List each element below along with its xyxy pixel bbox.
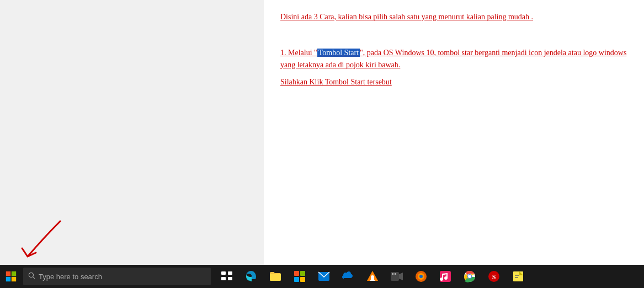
svg-rect-7 — [228, 271, 232, 275]
taskbar-icon-mail[interactable] — [312, 265, 336, 288]
svg-rect-13 — [300, 277, 305, 282]
right-content-panel: Disini ada 3 Cara, kalian bisa pilih sal… — [264, 0, 644, 265]
svg-rect-12 — [294, 277, 299, 282]
search-icon — [28, 271, 35, 281]
svg-point-29 — [468, 275, 471, 278]
taskbar-icon-edge[interactable] — [239, 265, 263, 288]
svg-rect-3 — [12, 277, 16, 281]
taskbar-icon-task-view[interactable] — [215, 265, 238, 288]
svg-point-4 — [29, 273, 33, 277]
svg-point-18 — [371, 275, 374, 279]
taskbar-icon-folder[interactable] — [264, 265, 287, 288]
svg-rect-0 — [6, 271, 10, 276]
svg-rect-1 — [12, 271, 16, 276]
taskbar-icons: S — [215, 265, 644, 288]
tombol-start-highlight: Tombol Start — [317, 49, 360, 57]
step1-text: 1. Melalui "Tombol Start", pada OS Windo… — [280, 47, 627, 72]
svg-marker-20 — [399, 273, 403, 280]
taskbar-icon-chrome[interactable] — [458, 265, 481, 288]
svg-rect-11 — [300, 271, 305, 276]
svg-rect-21 — [392, 273, 393, 275]
svg-point-25 — [419, 275, 423, 278]
svg-rect-2 — [6, 277, 10, 281]
start-button[interactable] — [0, 265, 22, 288]
svg-rect-10 — [294, 271, 299, 276]
taskbar-icon-red-app[interactable]: S — [482, 265, 505, 288]
taskbar-icon-store[interactable] — [288, 265, 311, 288]
taskbar: Type here to search — [0, 265, 644, 288]
taskbar-icon-video[interactable] — [385, 265, 408, 288]
step1-click-text: Silahkan Klik Tombol Start tersebut — [280, 76, 627, 88]
svg-rect-9 — [228, 277, 232, 280]
search-placeholder: Type here to search — [39, 273, 102, 281]
svg-rect-8 — [221, 277, 226, 280]
left-panel — [0, 0, 264, 265]
taskbar-icon-firefox[interactable] — [409, 265, 433, 288]
arrow-annotation — [11, 215, 72, 265]
taskbar-icon-music[interactable] — [434, 265, 457, 288]
svg-rect-6 — [221, 271, 226, 275]
taskbar-icon-onedrive[interactable] — [337, 265, 360, 288]
svg-text:S: S — [492, 273, 496, 281]
svg-line-5 — [33, 277, 35, 279]
search-bar[interactable]: Type here to search — [23, 268, 211, 285]
svg-rect-32 — [513, 271, 523, 281]
step1-before: 1. Melalui " — [280, 49, 317, 57]
taskbar-icon-vlc[interactable] — [361, 265, 384, 288]
taskbar-icon-sticky[interactable] — [507, 265, 530, 288]
svg-rect-22 — [395, 273, 396, 275]
svg-rect-17 — [370, 280, 375, 281]
intro-text: Disini ada 3 Cara, kalian bisa pilih sal… — [280, 11, 627, 23]
